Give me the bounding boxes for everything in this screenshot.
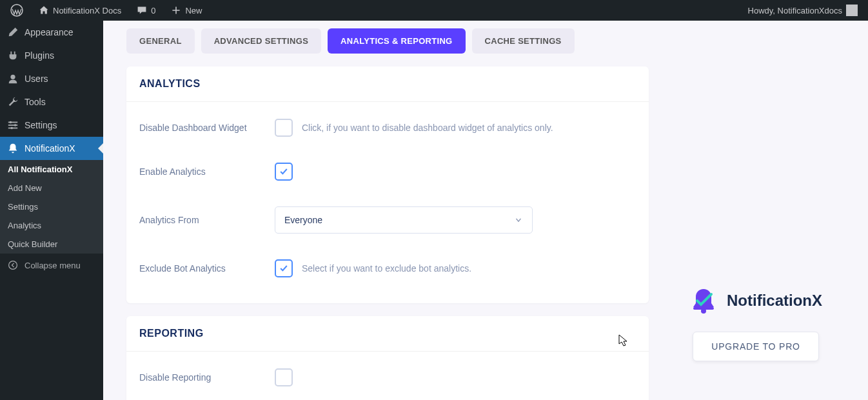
field-help: Click, if you want to disable dashboard … <box>302 123 553 133</box>
sub-item-quick-builder[interactable]: Quick Builder <box>0 235 103 254</box>
sidebar-item-plugins[interactable]: Plugins <box>0 44 103 67</box>
admin-sidebar: Appearance Plugins Users Tools Settings … <box>0 21 103 400</box>
tab-analytics-reporting[interactable]: ANALYTICS & REPORTING <box>328 28 465 54</box>
main-content: GENERAL ADVANCED SETTINGS ANALYTICS & RE… <box>103 21 868 400</box>
disable-dashboard-widget-checkbox[interactable] <box>275 119 293 137</box>
sidebar-submenu: All NotificationX Add New Settings Analy… <box>0 160 103 254</box>
tab-general[interactable]: GENERAL <box>126 28 195 54</box>
check-icon <box>279 166 289 177</box>
sidebar-item-users[interactable]: Users <box>0 67 103 90</box>
exclude-bot-checkbox[interactable] <box>275 259 293 277</box>
brush-icon <box>6 26 19 39</box>
sub-item-analytics[interactable]: Analytics <box>0 216 103 235</box>
site-name-text: NotificationX Docs <box>53 6 121 15</box>
svg-point-5 <box>10 121 12 124</box>
sidebar-item-label: Tools <box>25 97 46 107</box>
sidebar-item-label: Users <box>25 74 48 84</box>
field-enable-analytics: Enable Analytics <box>139 150 636 194</box>
brand-box: NotificationX <box>689 286 822 315</box>
wp-logo-button[interactable] <box>5 0 28 21</box>
sub-item-add-new[interactable]: Add New <box>0 179 103 197</box>
howdy-link[interactable]: Howdy, NotificationXdocs <box>743 0 863 21</box>
content-column: GENERAL ADVANCED SETTINGS ANALYTICS & RE… <box>126 28 649 400</box>
check-icon <box>279 263 289 274</box>
topbar-right: Howdy, NotificationXdocs <box>743 0 863 21</box>
field-label: Analytics From <box>139 215 275 225</box>
enable-analytics-checkbox[interactable] <box>275 163 293 181</box>
field-disable-dashboard-widget: Disable Dashboard Widget Click, if you w… <box>139 106 636 150</box>
sidebar-item-label: Plugins <box>25 50 54 61</box>
new-label: New <box>185 6 202 15</box>
field-help: Select if you want to exclude bot analyt… <box>302 263 471 274</box>
svg-point-10 <box>701 308 706 314</box>
bell-icon <box>6 142 19 155</box>
topbar-left: NotificationX Docs 0 New <box>5 0 207 21</box>
analytics-card: ANALYTICS Disable Dashboard Widget Click… <box>126 66 649 303</box>
field-label: Exclude Bot Analytics <box>139 263 275 274</box>
field-label: Enable Analytics <box>139 166 275 177</box>
new-link[interactable]: New <box>166 0 207 21</box>
sub-item-all[interactable]: All NotificationX <box>0 160 103 179</box>
analytics-from-select[interactable]: Everyone <box>275 206 533 234</box>
upgrade-to-pro-button[interactable]: UPGRADE TO PRO <box>693 332 819 361</box>
comments-link[interactable]: 0 <box>132 0 161 21</box>
settings-tabs: GENERAL ADVANCED SETTINGS ANALYTICS & RE… <box>126 28 649 54</box>
sidebar-item-label: Appearance <box>25 27 74 37</box>
reporting-card: REPORTING Disable Reporting <box>126 316 649 400</box>
plus-icon <box>171 5 181 15</box>
comments-count: 0 <box>151 6 155 15</box>
wrench-icon <box>6 95 19 108</box>
user-avatar <box>846 5 858 16</box>
svg-point-6 <box>14 124 17 126</box>
tab-cache[interactable]: CACHE SETTINGS <box>472 28 575 54</box>
field-analytics-from: Analytics From Everyone <box>139 194 636 246</box>
collapse-label: Collapse menu <box>25 261 81 270</box>
sliders-icon <box>6 119 19 132</box>
admin-topbar: NotificationX Docs 0 New Howdy, Notifica… <box>0 0 868 21</box>
sidebar-item-settings[interactable]: Settings <box>0 114 103 137</box>
side-column: NotificationX UPGRADE TO PRO <box>659 28 853 361</box>
sidebar-item-notificationx[interactable]: NotificationX <box>0 137 103 160</box>
svg-point-1 <box>10 75 15 79</box>
chevron-down-icon <box>514 215 523 225</box>
user-icon <box>6 72 19 85</box>
home-icon <box>39 5 49 15</box>
comment-icon <box>137 5 147 15</box>
sidebar-item-label: NotificationX <box>25 143 75 154</box>
svg-point-8 <box>9 261 17 270</box>
brand-name: NotificationX <box>727 292 822 310</box>
layout: Appearance Plugins Users Tools Settings … <box>0 21 868 400</box>
tab-advanced[interactable]: ADVANCED SETTINGS <box>201 28 321 54</box>
notificationx-logo-icon <box>689 286 718 315</box>
sidebar-item-label: Settings <box>25 120 57 130</box>
sidebar-item-appearance[interactable]: Appearance <box>0 21 103 44</box>
field-label: Disable Dashboard Widget <box>139 123 275 133</box>
sub-item-settings[interactable]: Settings <box>0 197 103 216</box>
select-value: Everyone <box>284 215 322 225</box>
svg-point-7 <box>10 127 13 130</box>
analytics-card-header: ANALYTICS <box>126 66 649 102</box>
disable-reporting-checkbox[interactable] <box>275 368 293 386</box>
site-name-link[interactable]: NotificationX Docs <box>34 0 126 21</box>
collapse-icon <box>6 259 19 272</box>
field-disable-reporting: Disable Reporting <box>139 355 636 399</box>
howdy-text: Howdy, NotificationXdocs <box>748 6 842 15</box>
field-exclude-bot: Exclude Bot Analytics Select if you want… <box>139 246 636 290</box>
field-label: Disable Reporting <box>139 372 275 383</box>
collapse-menu-button[interactable]: Collapse menu <box>0 254 103 277</box>
plug-icon <box>6 49 19 62</box>
sidebar-item-tools[interactable]: Tools <box>0 90 103 114</box>
reporting-title: REPORTING <box>139 328 636 339</box>
reporting-card-header: REPORTING <box>126 316 649 352</box>
analytics-title: ANALYTICS <box>139 78 636 90</box>
wordpress-icon <box>10 4 23 17</box>
